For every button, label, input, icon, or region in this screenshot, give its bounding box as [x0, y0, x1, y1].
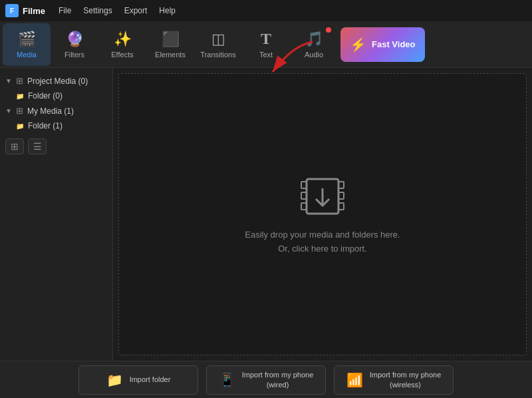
audio-icon: 🎵: [305, 31, 323, 48]
tree-project-media[interactable]: ▼ ⊞ Project Media (0): [0, 73, 112, 89]
fast-video-icon: ⚡: [350, 37, 366, 53]
grid-icon-2: ⊞: [16, 106, 23, 116]
view-toggle-btn[interactable]: ☰: [28, 138, 47, 154]
toolbar-effects-label: Effects: [111, 51, 133, 59]
toolbar-media-label: Media: [17, 51, 37, 59]
import-actions: ⊞ ☰: [0, 133, 112, 160]
logo-icon: F: [5, 4, 19, 17]
menu-bar: File Settings Export Help: [53, 5, 181, 17]
drop-line2: Or, click here to import.: [245, 242, 400, 256]
app-logo: F Filme: [5, 4, 45, 17]
import-buttons-bar: 📁 Import folder 📱 Import from my phone(w…: [0, 361, 532, 398]
project-media-label: Project Media (0): [27, 77, 107, 86]
film-reel-container: [299, 172, 346, 220]
menu-export[interactable]: Export: [119, 5, 153, 17]
import-wireless-card[interactable]: 📶 Import from my phone(wireless): [334, 365, 454, 395]
toolbar-text[interactable]: T Text: [242, 23, 290, 66]
menu-help[interactable]: Help: [154, 5, 181, 17]
toolbar-effects[interactable]: ✨ Effects: [98, 23, 146, 66]
transitions-icon: ◫: [211, 31, 225, 48]
grid-icon: ⊞: [16, 76, 23, 86]
app-name: Filme: [23, 6, 45, 16]
fast-video-label: Fast Video: [372, 39, 416, 49]
drop-zone[interactable]: Easily drop your media and folders here.…: [118, 73, 527, 355]
import-wireless-label: Import from my phone(wireless): [370, 370, 442, 389]
import-wired-icon: 📱: [219, 372, 235, 388]
audio-badge: [326, 27, 331, 33]
toolbar-media[interactable]: 🎬 Media: [3, 23, 51, 66]
import-folder-card[interactable]: 📁 Import folder: [78, 365, 198, 395]
drop-line1: Easily drop your media and folders here.: [245, 228, 400, 242]
import-wired-label: Import from my phone(wired): [242, 370, 314, 389]
collapse-icon: ▼: [5, 77, 12, 85]
folder-0-icon: 📁: [16, 93, 24, 100]
fast-video-button[interactable]: ⚡ Fast Video: [340, 27, 425, 62]
menu-settings[interactable]: Settings: [78, 5, 117, 17]
tree-my-media[interactable]: ▼ ⊞ My Media (1): [0, 103, 112, 118]
import-wireless-icon: 📶: [346, 372, 363, 388]
toolbar-elements-label: Elements: [155, 51, 186, 59]
toolbar-transitions[interactable]: ◫ Transitions: [194, 23, 242, 66]
drop-text: Easily drop your media and folders here.…: [245, 228, 400, 256]
import-folder-icon: 📁: [106, 372, 123, 388]
tree-folder-0[interactable]: 📁 Folder (0): [0, 89, 112, 103]
toolbar-transitions-label: Transitions: [200, 51, 235, 59]
media-icon: 🎬: [18, 31, 36, 48]
folder-1-icon: 📁: [16, 122, 24, 130]
import-wired-card[interactable]: 📱 Import from my phone(wired): [206, 365, 326, 395]
toolbar-audio[interactable]: 🎵 Audio: [290, 23, 338, 66]
text-icon: T: [261, 30, 271, 48]
toolbar: 🎬 Media 🔮 Filters ✨ Effects ⬛ Elements ◫…: [0, 21, 532, 68]
elements-icon: ⬛: [162, 31, 180, 48]
folder-0-label: Folder (0): [28, 91, 107, 100]
film-reel-icon: [299, 172, 346, 220]
filters-icon: 🔮: [66, 31, 84, 48]
menu-file[interactable]: File: [53, 5, 76, 17]
main-area: ▼ ⊞ Project Media (0) 📁 Folder (0) ▼ ⊞ M…: [0, 68, 532, 361]
import-folder-label: Import folder: [130, 375, 171, 384]
folder-1-label: Folder (1): [28, 121, 107, 130]
toolbar-text-label: Text: [259, 51, 273, 59]
toolbar-elements[interactable]: ⬛ Elements: [146, 23, 194, 66]
collapse-icon-2: ▼: [5, 107, 12, 114]
title-bar: F Filme File Settings Export Help: [0, 0, 532, 21]
sidebar: ▼ ⊞ Project Media (0) 📁 Folder (0) ▼ ⊞ M…: [0, 68, 113, 361]
toolbar-filters-label: Filters: [65, 51, 84, 59]
toolbar-audio-label: Audio: [305, 51, 323, 59]
content-area: Easily drop your media and folders here.…: [113, 68, 532, 361]
toolbar-filters[interactable]: 🔮 Filters: [51, 23, 98, 66]
my-media-label: My Media (1): [27, 106, 107, 116]
import-small-btn[interactable]: ⊞: [5, 138, 24, 154]
tree-folder-1[interactable]: 📁 Folder (1): [0, 118, 112, 133]
effects-icon: ✨: [114, 31, 132, 48]
